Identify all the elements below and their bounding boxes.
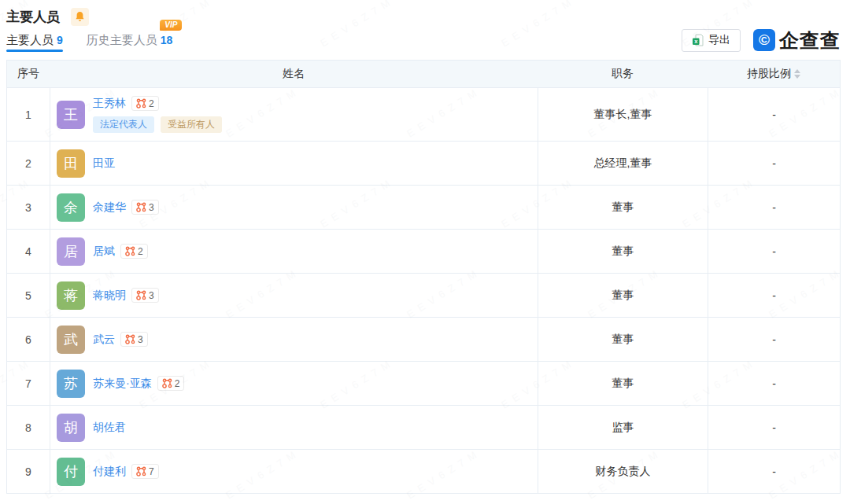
relation-graph-icon <box>136 466 146 476</box>
avatar: 王 <box>57 101 85 129</box>
position-cell: 董事 <box>538 186 708 229</box>
qichacha-logo-text: 企查查 <box>779 28 841 53</box>
relation-graph-icon <box>162 378 172 388</box>
position-cell: 董事长,董事 <box>538 88 708 141</box>
person-info: 武云3 <box>93 332 148 347</box>
position-cell: 董事 <box>538 362 708 405</box>
avatar: 苏 <box>57 370 85 398</box>
topbar: 主要人员 主要人员 9 历史主要人员 18 <box>0 0 850 52</box>
avatar: 田 <box>57 149 85 178</box>
share-ratio-cell: - <box>708 142 840 185</box>
tab-history-personnel[interactable]: 历史主要人员 18 VIP <box>87 28 173 52</box>
col-header-position: 职务 <box>538 67 708 81</box>
row-index: 3 <box>7 186 50 229</box>
position-cell: 总经理,董事 <box>538 142 708 185</box>
person-name-link[interactable]: 武云 <box>93 333 115 347</box>
person-cell: 蒋蒋晓明3 <box>50 274 538 317</box>
avatar: 武 <box>57 326 85 354</box>
table-header-row: 序号 姓名 职务 持股比例 <box>7 61 840 87</box>
person-name-link[interactable]: 胡佐君 <box>93 421 126 435</box>
personnel-table: 序号 姓名 职务 持股比例 1王王秀林2法定代表人受益所有人董事长,董事-2田田… <box>6 60 841 494</box>
bell-icon <box>75 11 85 22</box>
col-header-share-ratio-label: 持股比例 <box>747 67 791 81</box>
avatar: 余 <box>57 193 85 222</box>
person-name-link[interactable]: 田亚 <box>93 156 115 171</box>
tab-label: 历史主要人员 <box>87 33 157 48</box>
table-row: 9付付建利7财务负责人- <box>7 449 840 493</box>
tag-line: 法定代表人受益所有人 <box>93 116 222 133</box>
share-ratio-cell: - <box>708 406 840 449</box>
tabs-row: 主要人员 9 历史主要人员 18 VIP x <box>6 28 841 52</box>
avatar: 居 <box>57 237 85 266</box>
row-index: 9 <box>7 450 50 493</box>
relation-count: 3 <box>138 334 143 345</box>
person-info: 田亚 <box>93 156 115 171</box>
vip-badge: VIP <box>160 20 182 31</box>
relation-graph-badge[interactable]: 3 <box>120 332 148 347</box>
share-ratio-cell: - <box>708 230 840 273</box>
relation-graph-badge[interactable]: 7 <box>131 464 159 479</box>
relation-count: 2 <box>138 246 143 257</box>
person-info: 蒋晓明3 <box>93 288 159 303</box>
tab-count: 18 <box>161 34 173 46</box>
person-name-link[interactable]: 余建华 <box>93 200 126 215</box>
col-header-share-ratio[interactable]: 持股比例 <box>708 67 840 81</box>
relation-count: 2 <box>149 98 154 109</box>
avatar: 付 <box>57 458 85 486</box>
relation-graph-badge[interactable]: 3 <box>131 288 159 303</box>
relation-graph-badge[interactable]: 3 <box>131 200 159 215</box>
relation-graph-icon <box>125 334 135 344</box>
tab-key-personnel[interactable]: 主要人员 9 <box>6 28 63 52</box>
person-info: 苏来曼·亚森2 <box>93 376 184 391</box>
person-cell: 余余建华3 <box>50 186 538 229</box>
relation-graph-badge[interactable]: 2 <box>157 376 185 391</box>
person-name-link[interactable]: 苏来曼·亚森 <box>93 377 152 391</box>
avatar: 蒋 <box>57 281 85 310</box>
row-index: 1 <box>7 88 50 141</box>
table-row: 3余余建华3董事- <box>7 185 840 229</box>
title-row: 主要人员 <box>6 6 841 27</box>
relation-count: 3 <box>149 290 154 301</box>
person-cell: 田田亚 <box>50 142 538 185</box>
share-ratio-cell: - <box>708 186 840 229</box>
share-ratio-cell: - <box>708 274 840 317</box>
sort-icon <box>794 69 800 79</box>
person-name-link[interactable]: 居斌 <box>93 245 115 259</box>
monitor-bell-button[interactable] <box>71 8 89 26</box>
table-body: 1王王秀林2法定代表人受益所有人董事长,董事-2田田亚总经理,董事-3余余建华3… <box>7 87 840 493</box>
person-cell: 王王秀林2法定代表人受益所有人 <box>50 88 538 141</box>
tab-count: 9 <box>57 34 63 46</box>
key-personnel-page: EEV6Z7MEEV6Z7MEEV6Z7MEEV6Z7MEEV6Z7MEEV6Z… <box>0 0 850 504</box>
person-name-link[interactable]: 蒋晓明 <box>93 289 126 303</box>
toolbar-right: x 导出 © 企查查 <box>682 28 841 53</box>
relation-graph-badge[interactable]: 2 <box>120 244 148 259</box>
person-info: 付建利7 <box>93 464 159 479</box>
export-button[interactable]: x 导出 <box>682 29 741 52</box>
position-cell: 董事 <box>538 274 708 317</box>
table-row: 8胡胡佐君监事- <box>7 405 840 449</box>
person-name-link[interactable]: 付建利 <box>93 465 126 479</box>
person-info: 胡佐君 <box>93 421 126 435</box>
relation-graph-icon <box>125 246 135 256</box>
person-info: 余建华3 <box>93 200 159 215</box>
active-tab-underline <box>6 50 63 52</box>
row-index: 8 <box>7 406 50 449</box>
export-label: 导出 <box>708 33 730 47</box>
col-header-name: 姓名 <box>50 67 538 81</box>
share-ratio-cell: - <box>708 362 840 405</box>
table-row: 2田田亚总经理,董事- <box>7 141 840 185</box>
row-index: 5 <box>7 274 50 317</box>
person-cell: 胡胡佐君 <box>50 406 538 449</box>
relation-graph-badge[interactable]: 2 <box>131 96 159 111</box>
person-tag: 受益所有人 <box>161 116 222 133</box>
person-name-link[interactable]: 王秀林 <box>93 97 126 111</box>
share-ratio-cell: - <box>708 88 840 141</box>
qichacha-logo: © 企查查 <box>753 28 841 53</box>
position-cell: 董事 <box>538 230 708 273</box>
share-ratio-cell: - <box>708 318 840 361</box>
relation-graph-icon <box>136 202 146 212</box>
person-cell: 苏苏来曼·亚森2 <box>50 362 538 405</box>
tab-label: 主要人员 <box>6 33 54 48</box>
excel-icon: x <box>692 34 704 46</box>
person-info: 王秀林2法定代表人受益所有人 <box>93 96 222 133</box>
